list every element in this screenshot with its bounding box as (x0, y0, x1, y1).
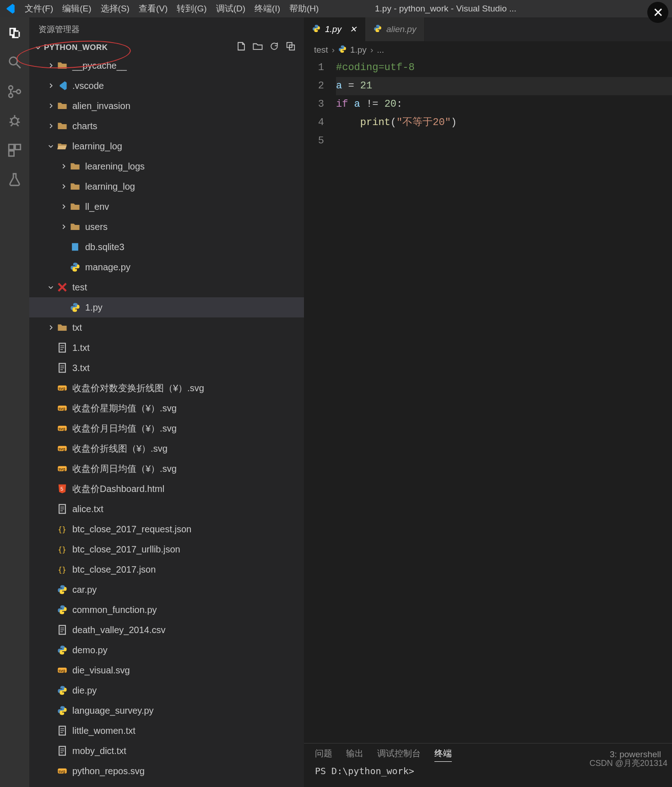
panel-tab[interactable]: 终端 (434, 748, 452, 762)
titlebar: 文件(F)编辑(E)选择(S)查看(V)转到(G)调试(D)终端(I)帮助(H)… (0, 0, 672, 17)
folder-icon (70, 201, 81, 212)
tree-item[interactable]: 1.py (29, 297, 304, 317)
tree-item[interactable]: db.sqlite3 (29, 237, 304, 257)
tree-item-label: little_women.txt (72, 726, 135, 736)
breadcrumb[interactable]: test › 1.py › ... (304, 41, 672, 59)
tree-item[interactable]: death_valley_2014.csv (29, 620, 304, 640)
tree-item[interactable]: car.py (29, 579, 304, 600)
new-file-icon[interactable] (236, 41, 246, 54)
breadcrumb-item[interactable]: test (314, 45, 328, 55)
tree-item[interactable]: 1.txt (29, 338, 304, 358)
collapse-all-icon[interactable] (286, 41, 296, 54)
tree-item-label: .vscode (72, 81, 104, 91)
code-editor[interactable]: 12345 #coding=utf-8a = 21if a != 20: pri… (304, 59, 672, 743)
tree-item[interactable]: 收盘价Dashboard.html (29, 479, 304, 499)
source-control-icon[interactable] (6, 83, 23, 100)
chevron-right-icon (47, 82, 55, 89)
editor-tab[interactable]: 1.py✕ (304, 17, 365, 41)
breadcrumb-item[interactable]: ... (377, 45, 384, 55)
text-icon (57, 342, 68, 353)
code-line[interactable]: print("不等于20") (336, 114, 672, 132)
tree-item[interactable]: alice.txt (29, 499, 304, 519)
code-content[interactable]: #coding=utf-8a = 21if a != 20: print("不等… (336, 59, 672, 743)
tree-item[interactable]: btc_close_2017.json (29, 559, 304, 579)
panel-tab[interactable]: 调试控制台 (377, 748, 421, 761)
tree-item[interactable]: learning_log (29, 176, 304, 197)
svg-icon (57, 463, 68, 474)
search-icon[interactable] (6, 54, 23, 71)
python-icon (57, 584, 68, 595)
tree-item-label: 收盘价Dashboard.html (72, 483, 164, 495)
tree-item[interactable]: demo.py (29, 640, 304, 660)
sidebar-root-header[interactable]: PYTHON_WORK (29, 39, 304, 55)
extensions-icon[interactable] (6, 142, 23, 158)
tree-item-label: txt (72, 322, 82, 333)
close-tab-icon[interactable]: ✕ (350, 24, 357, 34)
tree-item-label: 收盘价周日均值（¥）.svg (72, 463, 177, 475)
tree-item-label: learning_log (72, 141, 122, 152)
tree-item[interactable]: 收盘价折线图（¥）.svg (29, 438, 304, 459)
tree-item[interactable]: 收盘价周日均值（¥）.svg (29, 459, 304, 479)
tree-item[interactable]: users (29, 217, 304, 237)
menu-item[interactable]: 终端(I) (251, 1, 284, 16)
tree-item[interactable]: python_repos.svg (29, 761, 304, 781)
testing-icon[interactable] (6, 171, 23, 188)
tree-item[interactable]: btc_close_2017_urllib.json (29, 539, 304, 559)
menu-item[interactable]: 帮助(H) (286, 1, 322, 16)
tree-item-label: alien_invasion (72, 101, 130, 111)
folder-icon (70, 221, 81, 232)
tree-item-label: die_visual.svg (72, 665, 130, 676)
editor-tab[interactable]: alien.py (365, 17, 425, 41)
tree-item[interactable]: learning_log (29, 136, 304, 156)
breadcrumb-item[interactable]: 1.py (350, 45, 367, 55)
menu-item[interactable]: 转到(G) (173, 1, 210, 16)
tree-item[interactable]: __pycache__ (29, 55, 304, 76)
panel-tab[interactable]: 问题 (315, 748, 332, 761)
tree-item[interactable]: manage.py (29, 257, 304, 277)
close-button[interactable]: ✕ (647, 2, 668, 23)
tree-item[interactable]: ll_env (29, 197, 304, 217)
code-line[interactable]: if a != 20: (336, 95, 672, 114)
new-folder-icon[interactable] (253, 41, 263, 54)
json-icon (57, 564, 68, 575)
menu-item[interactable]: 查看(V) (135, 1, 171, 16)
tree-item[interactable]: txt (29, 317, 304, 338)
debug-icon[interactable] (6, 113, 23, 129)
tree-item[interactable]: btc_close_2017_request.json (29, 519, 304, 539)
python-icon (57, 645, 68, 656)
tree-item[interactable]: die_visual.svg (29, 660, 304, 680)
code-line[interactable]: #coding=utf-8 (336, 59, 672, 77)
line-number: 5 (304, 132, 324, 150)
explorer-icon[interactable] (6, 25, 23, 41)
python-icon (374, 24, 382, 35)
menu-item[interactable]: 文件(F) (21, 1, 57, 16)
python-icon (57, 604, 68, 615)
menu-item[interactable]: 编辑(E) (59, 1, 95, 16)
tree-item[interactable]: 收盘价月日均值（¥）.svg (29, 418, 304, 438)
tree-item[interactable]: language_survey.py (29, 700, 304, 721)
tree-item[interactable]: 收盘价对数变换折线图（¥）.svg (29, 378, 304, 398)
svg-icon (57, 443, 68, 454)
tree-item[interactable]: common_function.py (29, 600, 304, 620)
tree-item[interactable]: moby_dict.txt (29, 741, 304, 761)
tree-item-label: btc_close_2017_request.json (72, 524, 191, 535)
tree-item[interactable]: test (29, 277, 304, 297)
tree-item[interactable]: 3.txt (29, 358, 304, 378)
refresh-icon[interactable] (269, 41, 279, 54)
panel-tab[interactable]: 输出 (346, 748, 363, 761)
tree-item[interactable]: 收盘价星期均值（¥）.svg (29, 398, 304, 418)
tree-item-label: car.py (72, 585, 97, 595)
menu-item[interactable]: 调试(D) (212, 1, 249, 16)
tree-item[interactable]: charts (29, 116, 304, 136)
tree-item[interactable]: little_women.txt (29, 721, 304, 741)
chevron-right-icon (60, 203, 68, 210)
chevron-down-icon (47, 284, 55, 290)
editor-area: 1.py✕alien.py test › 1.py › ... 12345 #c… (304, 17, 672, 787)
menu-item[interactable]: 选择(S) (97, 1, 133, 16)
tree-item[interactable]: .vscode (29, 76, 304, 96)
code-line[interactable]: a = 21 (336, 77, 672, 95)
tree-item[interactable]: die.py (29, 680, 304, 700)
tree-item[interactable]: alien_invasion (29, 96, 304, 116)
tree-item[interactable]: learening_logs (29, 156, 304, 176)
code-line[interactable] (336, 132, 672, 150)
